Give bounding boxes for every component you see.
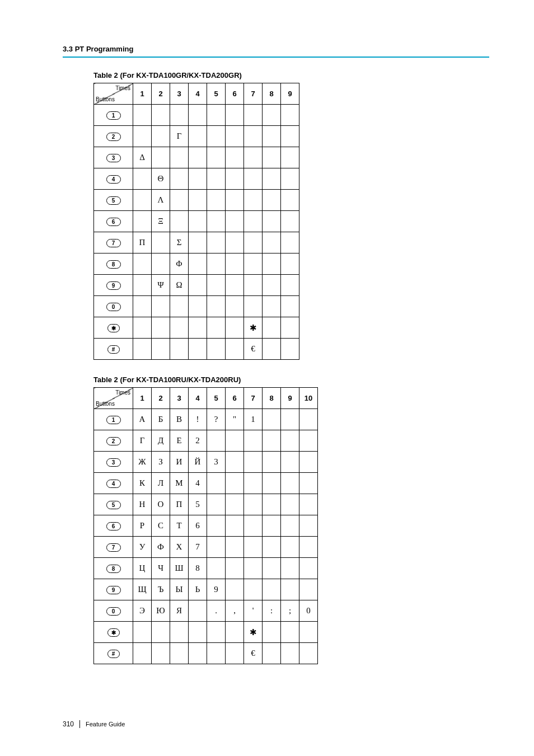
keycap: ✱ <box>107 324 120 332</box>
data-cell: " <box>226 409 244 430</box>
data-cell <box>281 126 299 147</box>
data-cell: Φ <box>170 253 189 275</box>
data-cell: 8 <box>189 558 207 579</box>
data-cell: Й <box>189 452 207 473</box>
keycap: ✱ <box>107 628 120 637</box>
data-cell <box>281 622 299 643</box>
data-cell <box>226 515 244 537</box>
col-header: 9 <box>281 83 299 105</box>
page-number: 310 <box>63 720 74 728</box>
data-cell <box>281 579 299 600</box>
keycap: 0 <box>106 303 121 311</box>
data-cell <box>133 339 152 360</box>
data-cell <box>189 105 207 126</box>
data-cell: А <box>133 409 152 430</box>
data-cell <box>189 126 207 147</box>
keycap: 5 <box>106 501 121 509</box>
data-cell <box>152 147 170 168</box>
button-cell: 1 <box>94 105 133 126</box>
data-cell: ✱ <box>244 317 263 339</box>
data-cell: Ж <box>133 452 152 473</box>
data-cell <box>226 537 244 558</box>
data-cell <box>133 211 152 232</box>
data-cell <box>244 515 263 537</box>
keycap: 1 <box>106 111 121 120</box>
data-cell <box>226 211 244 232</box>
data-cell: Ъ <box>152 579 170 600</box>
table-row: 1 <box>94 105 299 126</box>
table-row: 0ЭЮЯ.,':;0 <box>94 600 318 622</box>
table-row: 8ЦЧШ8 <box>94 558 318 579</box>
data-cell: 5 <box>189 494 207 515</box>
data-cell <box>244 558 263 579</box>
data-cell <box>226 452 244 473</box>
data-cell: Б <box>152 409 170 430</box>
data-cell <box>152 317 170 339</box>
keycap: 9 <box>106 586 121 594</box>
data-cell <box>244 494 263 515</box>
data-cell: ? <box>207 409 226 430</box>
table-row: 3ЖЗИЙ3 <box>94 452 318 473</box>
data-cell <box>207 296 226 317</box>
data-cell <box>244 452 263 473</box>
data-cell <box>170 168 189 190</box>
table-row: 9ΨΩ <box>94 275 299 296</box>
data-cell <box>244 105 263 126</box>
data-cell <box>226 296 244 317</box>
data-cell: Н <box>133 494 152 515</box>
data-cell: Г <box>133 430 152 452</box>
col-header: 5 <box>207 83 226 105</box>
table-row: 0 <box>94 296 299 317</box>
data-cell: В <box>170 409 189 430</box>
data-cell <box>133 126 152 147</box>
col-header: 6 <box>226 83 244 105</box>
data-cell <box>133 296 152 317</box>
col-header: 8 <box>263 388 281 409</box>
data-cell: Щ <box>133 579 152 600</box>
button-cell: # <box>94 339 133 360</box>
data-cell <box>207 643 226 664</box>
data-cell <box>207 558 226 579</box>
data-cell <box>244 190 263 211</box>
data-cell: Х <box>170 537 189 558</box>
data-cell <box>299 430 318 452</box>
data-cell <box>263 126 281 147</box>
col-header: 10 <box>299 388 318 409</box>
data-cell <box>133 253 152 275</box>
data-cell <box>226 168 244 190</box>
data-cell <box>133 275 152 296</box>
col-header: 5 <box>207 388 226 409</box>
data-cell <box>226 253 244 275</box>
section-rule <box>63 57 489 58</box>
data-cell: Е <box>170 430 189 452</box>
data-cell: З <box>152 452 170 473</box>
data-cell <box>226 232 244 253</box>
button-cell: 1 <box>94 409 133 430</box>
data-cell <box>133 317 152 339</box>
data-cell <box>133 105 152 126</box>
data-cell: ✱ <box>244 622 263 643</box>
data-cell: ' <box>244 600 263 622</box>
data-cell <box>263 430 281 452</box>
data-cell: 1 <box>244 409 263 430</box>
data-cell <box>263 494 281 515</box>
table-row: 7ΠΣ <box>94 232 299 253</box>
table-row: 7УФХ7 <box>94 537 318 558</box>
button-cell: 6 <box>94 211 133 232</box>
data-cell <box>207 537 226 558</box>
keycap: 4 <box>106 175 121 184</box>
data-cell <box>263 537 281 558</box>
data-cell <box>244 473 263 494</box>
data-cell <box>152 105 170 126</box>
data-cell <box>244 147 263 168</box>
button-cell: 7 <box>94 232 133 253</box>
data-cell: Ω <box>170 275 189 296</box>
data-cell <box>226 126 244 147</box>
table-row: #€ <box>94 339 299 360</box>
data-cell <box>170 190 189 211</box>
data-cell: Λ <box>152 190 170 211</box>
data-cell <box>244 126 263 147</box>
data-cell <box>226 473 244 494</box>
data-cell <box>299 452 318 473</box>
footer-guide: Feature Guide <box>86 721 125 727</box>
